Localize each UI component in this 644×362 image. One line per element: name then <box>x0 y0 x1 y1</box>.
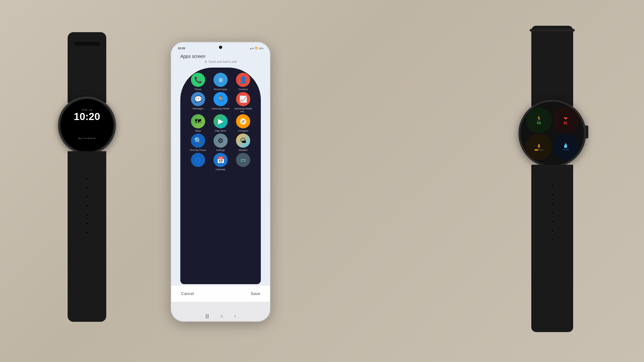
left-watch-bike-icon: 🚲 <box>64 143 70 148</box>
app-unknown2-icon: ▭ <box>236 153 250 167</box>
app-samsung-health-mo-label: Samsung Health Mo... <box>233 107 253 113</box>
app-samsung-health-icon: 🏃 <box>213 92 228 106</box>
app-compass-label: Compass <box>238 129 248 132</box>
cancel-button[interactable]: Cancel <box>181 291 194 296</box>
status-icons: ▲▼ 📶 42% <box>250 47 263 50</box>
right-watch-band-bottom <box>531 165 573 332</box>
apps-drawer: 📞 Phone ⊞ Recent apps 👤 Contacts <box>180 68 261 284</box>
right-watch-band-top <box>531 26 573 106</box>
save-button[interactable]: Save <box>251 291 260 296</box>
apps-row-0: 📞 Phone ⊞ Recent apps 👤 Contacts <box>188 73 253 91</box>
right-watch-body: 🏃 69 ❤ 81 🧍 💧 –h–m <box>518 100 586 167</box>
action-bar: Cancel Save <box>171 285 270 302</box>
battery-level: 42% <box>259 47 263 50</box>
app-calendar-icon: 📅 <box>213 153 228 167</box>
app-maps[interactable]: 🗺 Maps <box>188 114 208 132</box>
app-play-store[interactable]: ▶ Play Store <box>211 114 231 132</box>
left-watch-bottom-widgets: 🚲 76 <box>64 143 110 148</box>
body-icon: 🧍 <box>536 144 542 149</box>
app-unknown1[interactable]: ◌ <box>188 153 208 171</box>
app-recent-icon: ⊞ <box>213 73 228 87</box>
app-find-phone-label: Find My Phone <box>190 149 206 152</box>
right-band-hole-7 <box>551 238 554 241</box>
app-phone-label: Phone <box>194 88 202 91</box>
right-band-hole-5 <box>551 220 554 223</box>
app-phone-icon: 📞 <box>191 73 205 87</box>
app-unknown2[interactable]: ▭ <box>233 153 253 171</box>
left-watch-temps: Now 77° 78° 83° 88° 92° <box>62 137 112 139</box>
app-contacts-label: Contacts <box>238 88 248 91</box>
right-band-hole-1 <box>551 184 554 187</box>
body-progress <box>535 149 538 151</box>
right-band-hole-6 <box>551 229 554 232</box>
left-watch-heart-rate: 76 <box>107 144 110 147</box>
status-time: 10:20 <box>178 47 185 50</box>
app-samsung-health-mo-icon: 📈 <box>236 92 250 106</box>
nav-recent-button[interactable]: ||| <box>205 313 209 319</box>
band-hole-5 <box>85 213 89 216</box>
phone-nav-bar: ||| ○ ‹ <box>171 313 270 319</box>
apps-row-4: ◌ 📅 Calendar ▭ <box>188 153 253 171</box>
band-hole-2 <box>85 186 89 189</box>
right-watch-widget-activity: 🏃 69 <box>526 107 552 133</box>
app-find-phone-icon: 🔍 <box>191 134 205 148</box>
app-calendar[interactable]: 📅 Calendar <box>211 153 231 171</box>
right-band-hole-2 <box>551 193 554 196</box>
phone: 10:20 ▲▼ 📶 42% Apps screen Touch and hol… <box>171 42 270 322</box>
app-contacts-icon: 👤 <box>236 73 250 87</box>
left-watch-time: 10:20 <box>74 111 100 122</box>
touch-hint: Touch and hold to edit <box>171 60 270 63</box>
heart-value: 81 <box>564 121 567 125</box>
app-messages-icon: 💬 <box>191 92 205 106</box>
left-watch-band-bottom <box>68 151 106 322</box>
nav-back-button[interactable]: ‹ <box>234 313 236 319</box>
phone-screen: 10:20 ▲▼ 📶 42% Apps screen Touch and hol… <box>171 42 270 302</box>
app-unknown1-icon: ◌ <box>191 153 205 167</box>
camera <box>219 46 222 49</box>
wifi-icon: 📶 <box>255 47 258 50</box>
app-messages[interactable]: 💬 Messages <box>188 92 208 113</box>
app-phone[interactable]: 📞 Phone <box>188 73 208 91</box>
app-samsung-health[interactable]: 🏃 Samsung Health <box>211 92 231 113</box>
app-maps-icon: 🗺 <box>191 114 205 128</box>
app-maps-label: Maps <box>195 129 201 132</box>
activity-value: 69 <box>537 121 541 125</box>
app-settings[interactable]: ⚙ Settings <box>211 134 231 152</box>
band-hole-6 <box>85 222 89 225</box>
phone-body: 10:20 ▲▼ 📶 42% Apps screen Touch and hol… <box>171 42 270 322</box>
app-play-store-label: Play Store <box>215 129 226 132</box>
app-settings-label: Settings <box>216 149 225 152</box>
right-band-hole-4 <box>551 211 554 214</box>
app-compass[interactable]: 🧭 Compass <box>233 114 253 132</box>
right-watch-face: 🏃 69 ❤ 81 🧍 💧 –h–m <box>521 103 583 164</box>
app-weather[interactable]: 🌤 Weather <box>233 134 253 152</box>
water-icon: 💧 <box>563 143 568 148</box>
right-watch-widget-body: 🧍 <box>526 134 552 160</box>
app-calendar-label: Calendar <box>216 168 225 171</box>
app-samsung-health-mo[interactable]: 📈 Samsung Health Mo... <box>233 92 253 113</box>
app-messages-label: Messages <box>193 107 204 110</box>
app-recent-label: Recent apps <box>214 88 227 91</box>
app-weather-label: Weather <box>239 149 248 152</box>
app-settings-icon: ⚙ <box>213 134 228 148</box>
apps-screen-title: Apps screen <box>180 54 205 59</box>
signal-icon: ▲▼ <box>250 47 254 50</box>
band-hole-7 <box>85 231 89 234</box>
apps-row-1: 💬 Messages 🏃 Samsung Health 📈 Samsung He… <box>188 92 253 113</box>
heart-icon: ❤ <box>564 116 568 121</box>
band-hole-1 <box>85 177 89 180</box>
left-watch-band-top <box>68 32 106 103</box>
right-band-hole-3 <box>551 202 554 205</box>
app-compass-icon: 🧭 <box>236 114 250 128</box>
apps-row-2: 🗺 Maps ▶ Play Store 🧭 Compass <box>188 114 253 132</box>
app-recent-apps[interactable]: ⊞ Recent apps <box>211 73 231 91</box>
app-weather-icon: 🌤 <box>236 134 250 148</box>
app-contacts[interactable]: 👤 Contacts <box>233 73 253 91</box>
left-watch: TUE 15 10:20 Now 77° 78° 83° 88° 92° 🚲 7… <box>52 32 122 322</box>
apps-row-3: 🔍 Find My Phone ⚙ Settings 🌤 Weather <box>188 134 253 152</box>
app-samsung-health-label: Samsung Health <box>212 107 229 110</box>
app-find-my-phone[interactable]: 🔍 Find My Phone <box>188 134 208 152</box>
left-watch-body: TUE 15 10:20 Now 77° 78° 83° 88° 92° 🚲 7… <box>58 97 116 154</box>
nav-home-button[interactable]: ○ <box>220 313 223 319</box>
activity-icon: 🏃 <box>536 116 542 121</box>
